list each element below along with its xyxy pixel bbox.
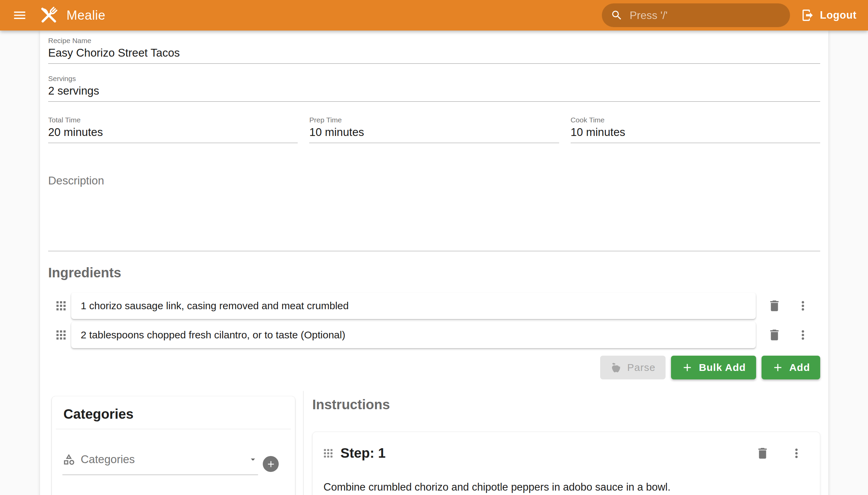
ingredient-row — [48, 322, 820, 348]
step-menu-button[interactable] — [789, 446, 804, 460]
logout-icon — [801, 8, 814, 22]
ingredient-input[interactable] — [80, 329, 747, 341]
drag-handle-icon[interactable] — [56, 330, 66, 340]
categories-card: Categories Categories — [52, 396, 295, 495]
kebab-menu-icon — [796, 299, 810, 313]
ingredient-row — [48, 293, 820, 319]
ingredient-menu-button[interactable] — [796, 299, 810, 313]
add-ingredient-button[interactable]: Add — [762, 356, 820, 379]
categories-divider — [56, 429, 291, 429]
servings-field: Servings — [48, 74, 820, 102]
parse-button[interactable]: Parse — [600, 356, 666, 379]
menu-icon — [12, 8, 27, 23]
search-bar[interactable] — [602, 3, 790, 27]
bulk-add-button[interactable]: Bulk Add — [671, 356, 756, 379]
step-text-input[interactable]: Combine crumbled chorizo and chipotle pe… — [323, 480, 810, 494]
app-bar: Mealie Logout — [0, 0, 868, 31]
total-time-field: Total Time — [48, 115, 298, 143]
drag-handle-icon[interactable] — [56, 301, 66, 311]
recipe-editor-card: Recipe Name Servings Total Time Prep Tim… — [40, 31, 828, 495]
logout-label: Logout — [820, 9, 856, 21]
description-input-area[interactable] — [48, 188, 820, 251]
servings-label: Servings — [48, 74, 820, 83]
total-time-input[interactable] — [48, 124, 298, 143]
plus-icon — [772, 361, 784, 374]
description-field[interactable]: Description — [48, 174, 820, 251]
prep-time-field: Prep Time — [309, 115, 559, 143]
prep-time-input[interactable] — [309, 124, 559, 143]
instructions-column: Instructions Step: 1 — [304, 391, 820, 495]
food-apple-icon — [610, 362, 622, 373]
menu-button[interactable] — [10, 6, 29, 25]
delete-ingredient-button[interactable] — [767, 299, 782, 313]
cook-time-field: Cook Time — [571, 115, 820, 143]
delete-icon — [767, 328, 782, 342]
bottom-section: Categories Categories Instruct — [48, 391, 820, 495]
mealie-logo-icon — [38, 4, 60, 26]
categories-select-row: Categories — [62, 453, 279, 475]
step-title: Step: 1 — [340, 445, 386, 461]
plus-icon — [266, 459, 276, 469]
times-row: Total Time Prep Time Cook Time — [48, 115, 820, 143]
categories-select[interactable]: Categories — [62, 453, 258, 475]
delete-icon — [755, 446, 770, 460]
delete-ingredient-button[interactable] — [767, 328, 782, 342]
app-title: Mealie — [66, 8, 105, 23]
drag-handle-icon[interactable] — [323, 448, 333, 458]
ingredient-input[interactable] — [80, 300, 747, 312]
ingredient-actions: Parse Bulk Add Add — [48, 356, 820, 379]
categories-select-label: Categories — [81, 453, 135, 466]
ingredient-input-card — [71, 293, 756, 319]
shapes-icon — [62, 453, 75, 466]
servings-input[interactable] — [48, 83, 820, 101]
search-icon — [611, 9, 623, 21]
instruction-step-card: Step: 1 Combine crumbled chorizo and chi… — [312, 432, 820, 495]
ingredients-list — [48, 293, 820, 348]
ingredient-input-card — [71, 322, 756, 348]
add-category-button[interactable] — [263, 456, 279, 472]
categories-column: Categories Categories — [48, 391, 303, 495]
caret-down-icon — [248, 454, 258, 464]
ingredients-heading: Ingredients — [48, 264, 820, 281]
kebab-menu-icon — [796, 328, 810, 342]
instructions-heading: Instructions — [312, 396, 820, 413]
recipe-name-field: Recipe Name — [48, 36, 820, 64]
total-time-label: Total Time — [48, 115, 298, 124]
delete-step-button[interactable] — [755, 446, 770, 460]
step-header: Step: 1 — [323, 445, 810, 461]
cook-time-label: Cook Time — [571, 115, 820, 124]
kebab-menu-icon — [789, 446, 804, 460]
plus-icon — [681, 361, 693, 374]
prep-time-label: Prep Time — [309, 115, 559, 124]
add-label: Add — [789, 362, 810, 373]
cook-time-input[interactable] — [571, 124, 820, 143]
recipe-name-input[interactable] — [48, 45, 820, 63]
search-input[interactable] — [629, 9, 782, 22]
delete-icon — [767, 299, 782, 313]
logout-button[interactable]: Logout — [800, 6, 858, 25]
ingredient-menu-button[interactable] — [796, 328, 810, 342]
recipe-name-label: Recipe Name — [48, 36, 820, 45]
description-label: Description — [48, 174, 820, 188]
parse-label: Parse — [627, 362, 656, 373]
categories-card-title: Categories — [52, 405, 295, 424]
bulk-add-label: Bulk Add — [699, 362, 746, 373]
